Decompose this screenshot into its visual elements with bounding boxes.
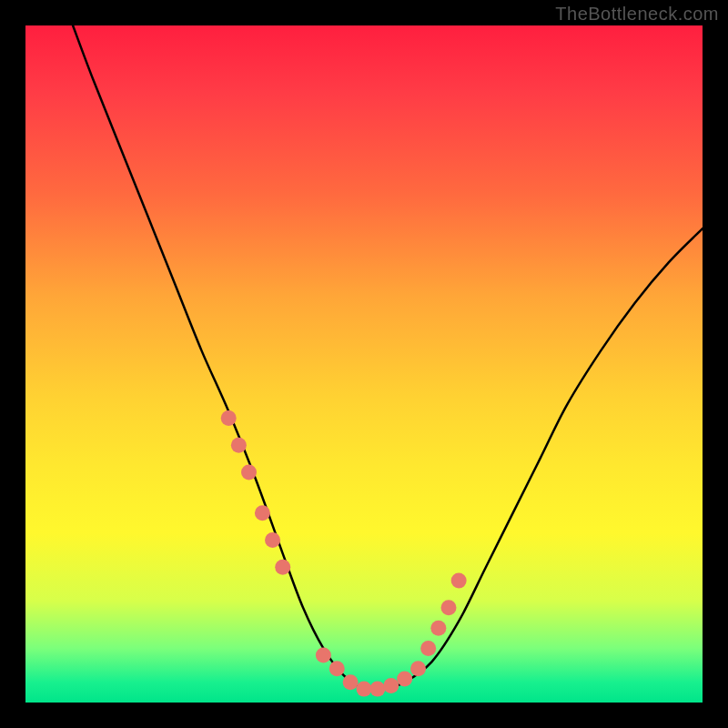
highlight-dot bbox=[369, 682, 385, 697]
chart-frame: TheBottleneck.com bbox=[0, 0, 728, 728]
highlight-dot bbox=[441, 600, 457, 615]
highlight-dot bbox=[430, 621, 446, 636]
highlight-dot bbox=[316, 647, 331, 662]
highlight-dot bbox=[357, 682, 372, 697]
highlight-dot bbox=[410, 661, 426, 676]
highlight-dot bbox=[451, 573, 467, 589]
highlight-dot bbox=[255, 505, 270, 521]
highlight-dot bbox=[397, 671, 412, 686]
bottleneck-curve bbox=[73, 25, 703, 691]
highlight-dot bbox=[231, 438, 247, 453]
highlight-dot bbox=[275, 560, 290, 575]
highlight-dot bbox=[221, 410, 237, 426]
plot-area bbox=[25, 25, 703, 703]
highlight-dot bbox=[343, 674, 359, 690]
highlight-dot bbox=[241, 465, 257, 480]
highlight-dot bbox=[383, 678, 399, 693]
highlight-dot bbox=[420, 641, 436, 656]
highlight-dot bbox=[265, 532, 280, 548]
highlight-dots bbox=[221, 410, 467, 697]
highlight-dot bbox=[329, 661, 345, 676]
watermark-text: TheBottleneck.com bbox=[555, 4, 719, 25]
curve-layer bbox=[25, 25, 703, 703]
